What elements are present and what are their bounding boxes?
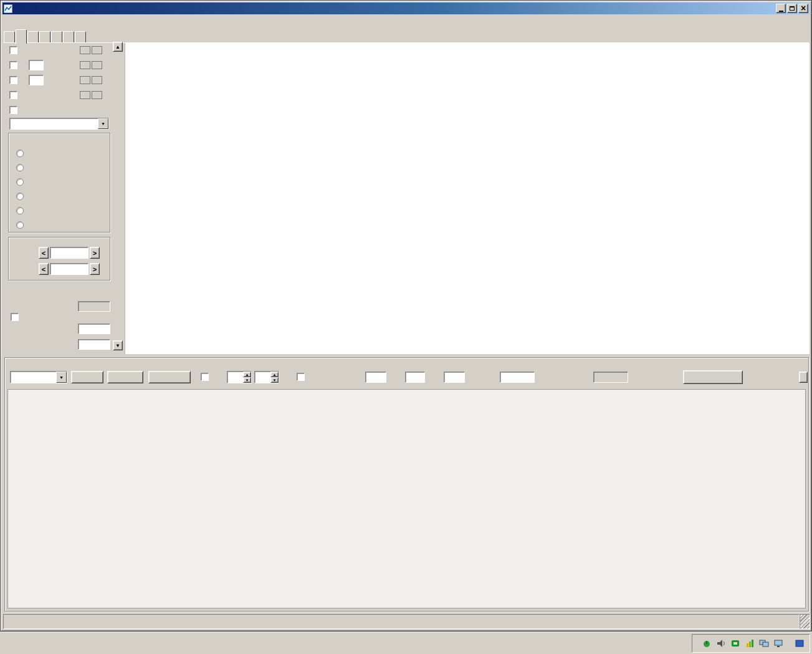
radio-theta[interactable] [16,207,24,214]
save-button[interactable] [148,371,191,383]
tray-monitor-icon[interactable] [773,638,783,648]
resize-grip[interactable] [800,614,810,629]
draw-group [8,133,110,233]
plus1-color-swatch-1 [80,61,90,69]
tab-kalkulyator[interactable] [39,31,50,43]
panel-scroll-down-button[interactable] [113,340,123,350]
dh-spinner-1[interactable] [227,371,252,383]
tab-ulybka[interactable] [27,31,39,43]
plus1-days-input[interactable] [29,60,44,70]
minimize-button[interactable] [776,4,786,13]
minimize-icon [779,11,783,12]
taskbar[interactable] [0,632,812,654]
dh-spinner-1-value [227,372,243,383]
titlebar[interactable] [2,2,810,14]
app-icon [4,4,12,13]
dh-spinner-2-value [255,372,270,383]
radio-vega[interactable] [16,193,24,200]
expiration-color-swatch-1 [80,91,90,99]
tray-cash-icon[interactable] [730,638,740,648]
spin-up-icon[interactable] [243,372,251,377]
tray-plant-icon[interactable] [702,638,712,648]
maximize-icon [790,6,795,11]
spin-down-icon[interactable] [270,377,279,383]
tray-network-icon[interactable] [759,638,769,648]
close-button[interactable] [798,4,808,13]
close-icon [801,4,806,13]
compare-strategy-checkbox[interactable] [9,106,17,114]
chevron-down-icon[interactable] [56,372,67,383]
radio-vomma[interactable] [16,221,24,229]
plus3-color-swatch-2 [92,76,102,84]
profit-chart[interactable] [144,47,811,345]
expiration-series-checkbox[interactable] [9,91,17,99]
plus3-series-checkbox[interactable] [9,76,17,84]
above-increment-button[interactable] [90,247,100,259]
grid-auto-checkbox[interactable] [11,313,19,321]
tabstrip [4,29,87,43]
above-value-input[interactable] [50,247,88,259]
month-select-value [11,372,56,383]
tray-display-icon[interactable] [795,638,805,648]
grid-x-input[interactable] [78,324,110,334]
status-text [3,614,800,629]
dh-spinner-2[interactable] [254,371,279,383]
d-input[interactable] [365,372,386,383]
strategy-select-value [10,118,98,129]
plus1-color-swatch-2 [92,61,102,69]
tab-sdelki[interactable] [75,31,86,43]
menu-about[interactable] [793,21,808,23]
p2-input[interactable] [593,372,628,383]
p1-input[interactable] [500,372,535,383]
below-increment-button[interactable] [90,263,100,275]
below-decrement-button[interactable] [39,263,49,275]
maximize-button[interactable] [787,4,797,13]
v2-input[interactable] [444,372,465,383]
menu-settings[interactable] [29,21,41,23]
dh-checkbox[interactable] [201,373,209,381]
current-color-swatch-2 [92,46,102,54]
tray-volume-icon[interactable] [716,638,726,648]
month-select[interactable] [10,371,67,383]
spin-up-icon[interactable] [270,372,279,377]
tab-doska[interactable] [4,31,15,43]
system-tray [692,634,810,653]
status-bar [3,614,810,629]
tab-diagramma[interactable] [16,29,27,44]
sko-input[interactable] [78,339,110,350]
menu-window[interactable] [41,21,54,23]
current-series-checkbox[interactable] [9,46,17,54]
panel-scroll-up-button[interactable] [113,42,123,52]
v1-input[interactable] [405,372,425,383]
import-button[interactable] [71,371,103,383]
radio-pribyl[interactable] [16,150,24,157]
menu-trading[interactable] [16,21,29,23]
app-window [0,0,812,632]
m-checkbox[interactable] [297,373,305,381]
spin-down-icon[interactable] [243,377,251,383]
plus3-color-swatch-1 [80,76,90,84]
tab-dannye[interactable] [63,31,74,43]
grid-y-input[interactable] [78,301,110,312]
chevron-down-icon[interactable] [98,118,108,129]
above-decrement-button[interactable] [39,247,49,259]
render-percent-group [8,237,110,281]
radio-delta[interactable] [16,164,24,171]
radio-gamma[interactable] [16,178,24,186]
portfolio-table-area [7,389,806,608]
menu-file[interactable] [4,21,16,23]
current-color-swatch-1 [80,46,90,54]
strategy-select[interactable] [9,118,109,130]
expiration-color-swatch-2 [92,91,102,99]
menubar [4,15,808,28]
plus3-days-input[interactable] [29,75,44,85]
delete-button[interactable] [107,371,143,383]
collapse-portfolio-button[interactable] [799,372,808,383]
calc-go-button[interactable] [683,370,743,384]
below-value-input[interactable] [50,263,88,275]
portfolio-group [4,357,809,612]
plus1-series-checkbox[interactable] [9,61,17,69]
tab-log[interactable] [51,31,62,43]
tray-chart-icon[interactable] [745,638,755,648]
